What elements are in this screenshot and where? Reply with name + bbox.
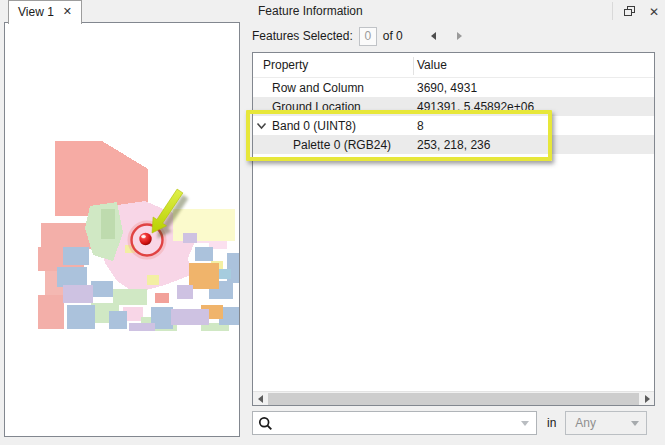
column-header-property[interactable]: Property <box>263 58 308 72</box>
value-cell: 3690, 4931 <box>417 81 477 95</box>
panel-title-separator <box>612 2 613 20</box>
map-raster <box>5 23 239 436</box>
previous-feature-button[interactable] <box>425 28 443 44</box>
of-total-label: of 0 <box>383 29 403 43</box>
app-window: { "icons": { "close": "✕" }, "view_tab":… <box>0 0 665 445</box>
close-panel-button[interactable]: ✕ <box>645 3 663 20</box>
search-bar: in Any <box>252 411 655 435</box>
table-row-band0[interactable]: Band 0 (UINT8) 8 <box>253 116 654 135</box>
chevron-down-icon[interactable] <box>521 421 529 426</box>
value-cell: 491391, 5.45892e+06 <box>417 100 534 114</box>
table-row[interactable]: Row and Column 3690, 4931 <box>253 78 654 97</box>
scroll-left-button[interactable] <box>253 392 267 406</box>
features-selected-bar: Features Selected: 0 of 0 <box>252 26 477 46</box>
table-row-palette0[interactable]: Palette 0 (RGB24) 253, 218, 236 <box>253 135 654 154</box>
next-arrow-icon <box>457 32 462 40</box>
scroll-right-button[interactable] <box>640 392 654 406</box>
tab-view-1-label: View 1 <box>18 5 54 19</box>
next-feature-button[interactable] <box>451 28 469 44</box>
float-panel-button[interactable] <box>621 3 639 20</box>
tab-close-icon[interactable]: ✕ <box>63 6 72 17</box>
property-cell: Band 0 (UINT8) <box>272 119 356 133</box>
search-input[interactable] <box>253 412 536 434</box>
property-cell: Ground Location <box>272 100 361 114</box>
float-window-icon <box>624 6 636 17</box>
value-cell: 253, 218, 236 <box>417 138 490 152</box>
property-cell: Palette 0 (RGB24) <box>293 138 391 152</box>
feature-info-header: Feature Information ✕ <box>247 0 665 22</box>
features-selected-label: Features Selected: <box>252 29 353 43</box>
search-scope-value: Any <box>575 416 596 430</box>
close-icon: ✕ <box>649 5 659 19</box>
panel-title: Feature Information <box>258 4 363 18</box>
horizontal-scrollbar[interactable] <box>253 391 654 405</box>
prev-arrow-icon <box>431 32 436 40</box>
scroll-left-icon <box>258 395 263 403</box>
collapse-chevron-icon[interactable] <box>256 122 267 130</box>
search-scope-dropdown[interactable]: Any <box>565 411 647 435</box>
map-viewport[interactable] <box>4 22 240 437</box>
scrollbar-thumb[interactable] <box>268 393 639 405</box>
tab-view-1[interactable]: View 1 ✕ <box>8 0 82 24</box>
scroll-right-icon <box>645 395 650 403</box>
value-cell: 8 <box>417 119 424 133</box>
column-divider[interactable] <box>413 57 414 75</box>
table-row[interactable]: Ground Location 491391, 5.45892e+06 <box>253 97 654 116</box>
search-combo[interactable] <box>252 411 537 435</box>
property-cell: Row and Column <box>272 81 364 95</box>
selected-count-field[interactable]: 0 <box>359 27 377 46</box>
column-header-value[interactable]: Value <box>417 58 447 72</box>
property-table[interactable]: Property Value Row and Column 3690, 4931… <box>252 52 655 406</box>
in-label: in <box>547 416 556 430</box>
table-header: Property Value <box>253 53 654 78</box>
search-icon <box>258 416 273 431</box>
chevron-down-icon <box>631 421 639 426</box>
